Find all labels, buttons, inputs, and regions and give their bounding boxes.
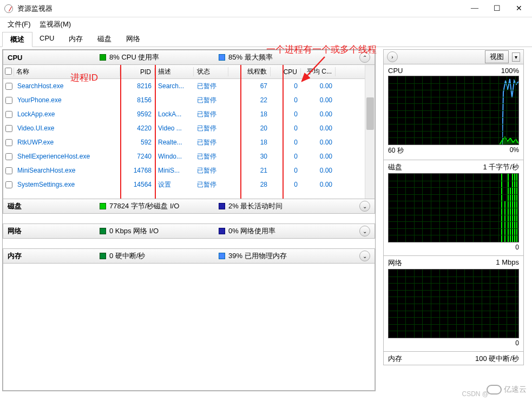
splitter-handle[interactable] — [377, 5, 380, 396]
tab-network[interactable]: 网络 — [119, 32, 148, 47]
row-checkbox[interactable] — [5, 167, 12, 174]
col-pid[interactable]: PID — [120, 68, 155, 76]
row-checkbox[interactable] — [5, 83, 12, 90]
net-graph-xright: 0 — [515, 339, 519, 347]
view-button[interactable]: 视图 — [485, 50, 509, 63]
cpu-usage-text: 8% CPU 使用率 — [109, 52, 159, 62]
table-row[interactable]: YourPhone.exe8156已暂停2200.00 — [3, 93, 375, 107]
network-section-label: 网络 — [8, 226, 100, 236]
cell-avg: 0.00 — [301, 82, 336, 90]
right-panel-header: › 视图 ▾ — [383, 49, 524, 64]
watermark-brand-text: 亿速云 — [504, 385, 527, 395]
minimize-button[interactable]: — — [471, 4, 478, 13]
content-area: CPU 8% CPU 使用率 85% 最大频率 ⌃ 名称 PID 描述 状态 线… — [0, 47, 532, 393]
scrollbar-thumb[interactable] — [366, 97, 374, 130]
cloud-icon — [487, 385, 502, 395]
tab-cpu[interactable]: CPU — [32, 32, 62, 47]
view-dropdown-icon[interactable]: ▾ — [512, 52, 520, 62]
row-checkbox[interactable] — [5, 125, 12, 132]
table-row[interactable]: ShellExperienceHost.exe7240Windo...已暂停30… — [3, 149, 375, 163]
close-button[interactable]: ✕ — [516, 4, 522, 13]
cell-status: 已暂停 — [194, 152, 228, 161]
net-io-icon — [100, 228, 106, 234]
disk-section-label: 磁盘 — [8, 201, 100, 211]
cell-threads: 20 — [228, 124, 271, 132]
col-status[interactable]: 状态 — [194, 67, 228, 76]
col-desc[interactable]: 描述 — [155, 67, 194, 76]
tab-overview[interactable]: 概述 — [2, 32, 32, 47]
col-cpu[interactable]: CPU — [271, 68, 301, 76]
cell-cpu: 0 — [271, 181, 301, 188]
cpu-graph — [388, 76, 519, 145]
cpu-graph-xright: 0% — [510, 146, 519, 155]
col-name[interactable]: 名称 — [14, 67, 120, 76]
cpu-graph-xleft: 60 秒 — [388, 146, 404, 155]
tab-memory[interactable]: 内存 — [61, 32, 90, 47]
menu-monitor[interactable]: 监视器(M) — [37, 18, 74, 30]
memory-section-header[interactable]: 内存 0 硬中断/秒 39% 已用物理内存 ⌄ — [3, 248, 375, 264]
watermark-csdn: CSDN @ — [462, 390, 489, 398]
cpu-usage-icon — [100, 54, 106, 61]
cell-avg: 0.00 — [301, 153, 336, 160]
cpu-collapse-button[interactable]: ⌃ — [359, 52, 370, 63]
mem-graph-max: 100 硬中断/秒 — [475, 354, 519, 364]
disk-graph-xright: 0 — [515, 244, 519, 251]
network-section-header[interactable]: 网络 0 Kbps 网络 I/O 0% 网络使用率 ⌄ — [3, 223, 375, 239]
disk-io-icon — [100, 203, 106, 209]
cell-name: SystemSettings.exe — [14, 181, 120, 188]
cpu-section-header[interactable]: CPU 8% CPU 使用率 85% 最大频率 ⌃ — [3, 50, 375, 65]
mem-int-text: 0 硬中断/秒 — [109, 251, 145, 261]
net-io-metric: 0 Kbps 网络 I/O — [100, 226, 219, 236]
row-checkbox[interactable] — [5, 181, 12, 188]
disk-section-header[interactable]: 磁盘 77824 字节/秒磁盘 I/O 2% 最长活动时间 ⌄ — [3, 199, 375, 214]
cell-status: 已暂停 — [194, 110, 228, 119]
cell-status: 已暂停 — [194, 96, 228, 105]
cell-name: LockApp.exe — [14, 110, 120, 118]
cell-desc: Video ... — [155, 124, 194, 132]
mem-expand-button[interactable]: ⌄ — [359, 251, 370, 261]
disk-io-text: 77824 字节/秒磁盘 I/O — [109, 201, 179, 211]
row-checkbox[interactable] — [5, 111, 12, 118]
table-body: SearchHost.exe8216Search...已暂停6700.00You… — [3, 79, 375, 192]
cell-threads: 21 — [228, 167, 271, 174]
cell-desc: LockA... — [155, 110, 194, 118]
cell-status: 已暂停 — [194, 138, 228, 147]
menu-file[interactable]: 文件(F) — [5, 18, 33, 30]
table-scrollbar[interactable] — [365, 65, 375, 199]
row-checkbox[interactable] — [5, 97, 12, 104]
disk-io-metric: 77824 字节/秒磁盘 I/O — [100, 201, 219, 211]
cell-status: 已暂停 — [194, 166, 228, 175]
title-bar: 资源监视器 — ☐ ✕ — [0, 0, 532, 17]
right-collapse-button[interactable]: › — [387, 51, 398, 62]
net-expand-button[interactable]: ⌄ — [359, 226, 370, 236]
table-row[interactable]: MiniSearchHost.exe14768MiniS...已暂停2100.0… — [3, 163, 375, 178]
row-checkbox[interactable] — [5, 139, 12, 146]
cell-avg: 0.00 — [301, 110, 336, 118]
table-row[interactable]: SystemSettings.exe14564设置已暂停2800.00 — [3, 178, 375, 192]
window-title: 资源监视器 — [17, 4, 471, 14]
cell-threads: 67 — [228, 82, 271, 90]
maximize-button[interactable]: ☐ — [494, 4, 501, 13]
cell-pid: 9592 — [120, 110, 155, 118]
col-threads[interactable]: 线程数 — [228, 67, 271, 76]
mem-phys-icon — [219, 253, 225, 259]
table-row[interactable]: Video.UI.exe4220Video ...已暂停2000.00 — [3, 121, 375, 135]
col-avg[interactable]: 平均 C... — [301, 67, 336, 76]
table-header: 名称 PID 描述 状态 线程数 CPU 平均 C... — [3, 65, 375, 79]
cell-pid: 8216 — [120, 82, 155, 90]
cell-cpu: 0 — [271, 110, 301, 118]
net-usage-text: 0% 网络使用率 — [228, 226, 275, 236]
disk-expand-button[interactable]: ⌄ — [359, 201, 370, 212]
cell-desc: 设置 — [155, 180, 194, 189]
table-row[interactable]: RtkUWP.exe592Realte...已暂停1800.00 — [3, 135, 375, 149]
select-all-checkbox[interactable] — [5, 68, 12, 75]
cpu-usage-metric: 8% CPU 使用率 — [100, 52, 219, 62]
row-checkbox[interactable] — [5, 153, 12, 160]
mem-graph-title: 内存 — [388, 354, 402, 364]
tab-disk[interactable]: 磁盘 — [90, 32, 119, 47]
cell-avg: 0.00 — [301, 167, 336, 174]
cell-pid: 8156 — [120, 96, 155, 104]
table-row[interactable]: SearchHost.exe8216Search...已暂停6700.00 — [3, 79, 375, 93]
table-row[interactable]: LockApp.exe9592LockA...已暂停1800.00 — [3, 107, 375, 121]
cell-pid: 7240 — [120, 153, 155, 160]
